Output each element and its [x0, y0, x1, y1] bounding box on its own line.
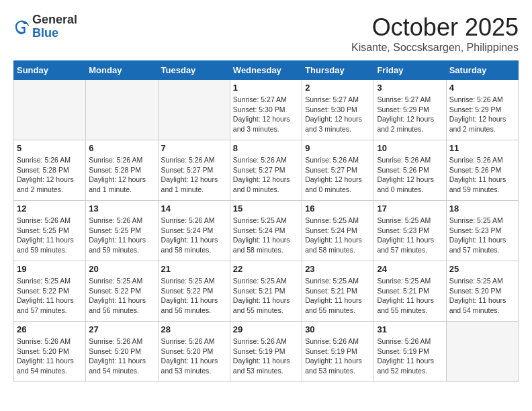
day-cell: 1Sunrise: 5:27 AM Sunset: 5:30 PM Daylig… — [230, 80, 302, 140]
day-info: Sunrise: 5:26 AM Sunset: 5:26 PM Dayligh… — [377, 155, 443, 195]
day-number: 19 — [17, 264, 83, 274]
day-cell: 7Sunrise: 5:26 AM Sunset: 5:27 PM Daylig… — [158, 140, 230, 201]
day-number: 26 — [17, 324, 83, 334]
day-number: 25 — [449, 264, 515, 274]
day-cell: 15Sunrise: 5:25 AM Sunset: 5:24 PM Dayli… — [230, 201, 302, 261]
day-cell: 30Sunrise: 5:26 AM Sunset: 5:19 PM Dayli… — [302, 322, 374, 382]
day-info: Sunrise: 5:26 AM Sunset: 5:25 PM Dayligh… — [17, 216, 83, 255]
week-row-0: 1Sunrise: 5:27 AM Sunset: 5:30 PM Daylig… — [14, 80, 519, 140]
day-cell: 9Sunrise: 5:26 AM Sunset: 5:27 PM Daylig… — [302, 140, 374, 201]
day-cell: 11Sunrise: 5:26 AM Sunset: 5:26 PM Dayli… — [446, 140, 518, 201]
day-info: Sunrise: 5:26 AM Sunset: 5:25 PM Dayligh… — [89, 216, 154, 255]
day-info: Sunrise: 5:27 AM Sunset: 5:30 PM Dayligh… — [305, 95, 371, 134]
day-cell: 28Sunrise: 5:26 AM Sunset: 5:20 PM Dayli… — [158, 322, 230, 382]
day-cell — [86, 80, 158, 140]
day-info: Sunrise: 5:26 AM Sunset: 5:28 PM Dayligh… — [89, 155, 154, 195]
page-header: General Blue October 2025 Kisante, Soccs… — [13, 13, 519, 54]
day-cell: 27Sunrise: 5:26 AM Sunset: 5:20 PM Dayli… — [86, 322, 158, 382]
day-number: 10 — [377, 143, 443, 153]
day-cell: 6Sunrise: 5:26 AM Sunset: 5:28 PM Daylig… — [86, 140, 158, 201]
month-title: October 2025 — [351, 13, 519, 42]
day-number: 7 — [161, 143, 227, 153]
calendar-body: 1Sunrise: 5:27 AM Sunset: 5:30 PM Daylig… — [14, 80, 519, 382]
day-cell: 25Sunrise: 5:25 AM Sunset: 5:20 PM Dayli… — [446, 261, 518, 322]
day-info: Sunrise: 5:27 AM Sunset: 5:29 PM Dayligh… — [377, 95, 443, 134]
week-row-3: 19Sunrise: 5:25 AM Sunset: 5:22 PM Dayli… — [14, 261, 519, 322]
day-number: 4 — [449, 83, 515, 93]
day-cell: 24Sunrise: 5:25 AM Sunset: 5:21 PM Dayli… — [374, 261, 446, 322]
day-info: Sunrise: 5:25 AM Sunset: 5:24 PM Dayligh… — [233, 216, 299, 255]
day-number: 20 — [89, 264, 154, 274]
day-info: Sunrise: 5:26 AM Sunset: 5:24 PM Dayligh… — [161, 216, 227, 255]
day-cell: 18Sunrise: 5:25 AM Sunset: 5:23 PM Dayli… — [446, 201, 518, 261]
day-number: 5 — [17, 143, 83, 153]
day-info: Sunrise: 5:26 AM Sunset: 5:27 PM Dayligh… — [161, 155, 227, 195]
day-info: Sunrise: 5:25 AM Sunset: 5:22 PM Dayligh… — [89, 276, 154, 316]
day-number: 24 — [377, 264, 443, 274]
day-number: 18 — [449, 203, 515, 214]
day-cell: 3Sunrise: 5:27 AM Sunset: 5:29 PM Daylig… — [374, 80, 446, 140]
day-cell: 21Sunrise: 5:25 AM Sunset: 5:22 PM Dayli… — [158, 261, 230, 322]
location: Kisante, Soccsksargen, Philippines — [351, 42, 519, 54]
day-cell: 29Sunrise: 5:26 AM Sunset: 5:19 PM Dayli… — [230, 322, 302, 382]
day-cell — [446, 322, 518, 382]
day-cell — [14, 80, 86, 140]
day-info: Sunrise: 5:26 AM Sunset: 5:20 PM Dayligh… — [89, 336, 154, 376]
logo-icon — [13, 19, 30, 35]
day-info: Sunrise: 5:25 AM Sunset: 5:21 PM Dayligh… — [305, 276, 371, 316]
day-cell — [158, 80, 230, 140]
day-cell: 12Sunrise: 5:26 AM Sunset: 5:25 PM Dayli… — [14, 201, 86, 261]
day-cell: 19Sunrise: 5:25 AM Sunset: 5:22 PM Dayli… — [14, 261, 86, 322]
logo: General Blue — [13, 13, 77, 40]
day-info: Sunrise: 5:25 AM Sunset: 5:20 PM Dayligh… — [449, 276, 515, 316]
day-info: Sunrise: 5:26 AM Sunset: 5:19 PM Dayligh… — [233, 336, 299, 376]
day-info: Sunrise: 5:25 AM Sunset: 5:22 PM Dayligh… — [161, 276, 227, 316]
day-info: Sunrise: 5:26 AM Sunset: 5:26 PM Dayligh… — [449, 155, 515, 195]
weekday-saturday: Saturday — [446, 61, 518, 80]
day-number: 3 — [377, 83, 443, 93]
day-info: Sunrise: 5:27 AM Sunset: 5:30 PM Dayligh… — [233, 95, 299, 134]
day-number: 28 — [161, 324, 227, 334]
day-number: 21 — [161, 264, 227, 274]
day-cell: 23Sunrise: 5:25 AM Sunset: 5:21 PM Dayli… — [302, 261, 374, 322]
day-number: 23 — [305, 264, 371, 274]
day-number: 16 — [305, 203, 371, 214]
logo-general: General — [32, 13, 77, 26]
day-number: 8 — [233, 143, 299, 153]
day-cell: 2Sunrise: 5:27 AM Sunset: 5:30 PM Daylig… — [302, 80, 374, 140]
weekday-sunday: Sunday — [14, 61, 86, 80]
day-info: Sunrise: 5:26 AM Sunset: 5:19 PM Dayligh… — [305, 336, 371, 376]
day-number: 2 — [305, 83, 371, 93]
day-number: 31 — [377, 324, 443, 334]
week-row-4: 26Sunrise: 5:26 AM Sunset: 5:20 PM Dayli… — [14, 322, 519, 382]
day-info: Sunrise: 5:25 AM Sunset: 5:21 PM Dayligh… — [233, 276, 299, 316]
day-info: Sunrise: 5:26 AM Sunset: 5:20 PM Dayligh… — [161, 336, 227, 376]
day-number: 6 — [89, 143, 154, 153]
logo-blue: Blue — [32, 26, 58, 40]
day-info: Sunrise: 5:26 AM Sunset: 5:19 PM Dayligh… — [377, 336, 443, 376]
day-number: 9 — [305, 143, 371, 153]
weekday-tuesday: Tuesday — [158, 61, 230, 80]
day-cell: 20Sunrise: 5:25 AM Sunset: 5:22 PM Dayli… — [86, 261, 158, 322]
weekday-friday: Friday — [374, 61, 446, 80]
weekday-monday: Monday — [86, 61, 158, 80]
day-info: Sunrise: 5:26 AM Sunset: 5:27 PM Dayligh… — [305, 155, 371, 195]
day-cell: 26Sunrise: 5:26 AM Sunset: 5:20 PM Dayli… — [14, 322, 86, 382]
day-number: 17 — [377, 203, 443, 214]
calendar: SundayMondayTuesdayWednesdayThursdayFrid… — [13, 60, 519, 382]
week-row-1: 5Sunrise: 5:26 AM Sunset: 5:28 PM Daylig… — [14, 140, 519, 201]
title-block: October 2025 Kisante, Soccsksargen, Phil… — [351, 13, 519, 54]
day-info: Sunrise: 5:25 AM Sunset: 5:21 PM Dayligh… — [377, 276, 443, 316]
day-info: Sunrise: 5:25 AM Sunset: 5:24 PM Dayligh… — [305, 216, 371, 255]
day-cell: 5Sunrise: 5:26 AM Sunset: 5:28 PM Daylig… — [14, 140, 86, 201]
week-row-2: 12Sunrise: 5:26 AM Sunset: 5:25 PM Dayli… — [14, 201, 519, 261]
day-number: 11 — [449, 143, 515, 153]
day-cell: 17Sunrise: 5:25 AM Sunset: 5:23 PM Dayli… — [374, 201, 446, 261]
day-info: Sunrise: 5:25 AM Sunset: 5:22 PM Dayligh… — [17, 276, 83, 316]
logo-text: General Blue — [32, 13, 77, 40]
day-info: Sunrise: 5:26 AM Sunset: 5:28 PM Dayligh… — [17, 155, 83, 195]
day-number: 30 — [305, 324, 371, 334]
day-cell: 31Sunrise: 5:26 AM Sunset: 5:19 PM Dayli… — [374, 322, 446, 382]
day-number: 22 — [233, 264, 299, 274]
day-cell: 4Sunrise: 5:26 AM Sunset: 5:29 PM Daylig… — [446, 80, 518, 140]
